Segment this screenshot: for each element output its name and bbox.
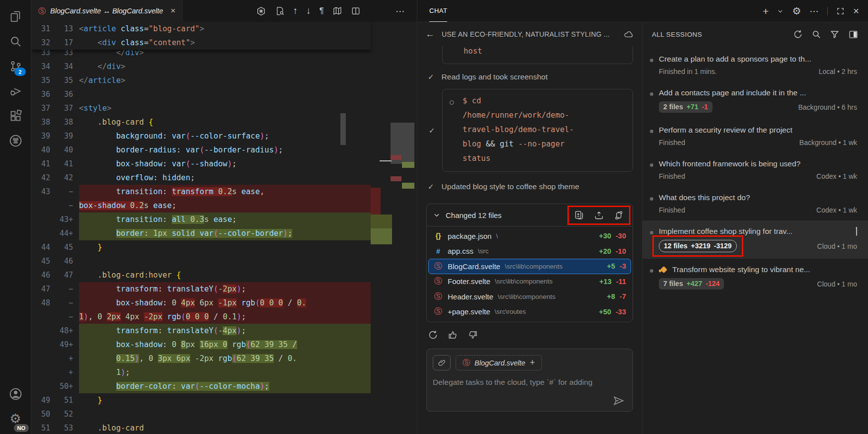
- code-line[interactable]: 3636: [31, 87, 371, 101]
- new-chat-icon[interactable]: +: [763, 6, 769, 16]
- code-line[interactable]: 44+ border: 1px solid var(--color-border…: [31, 226, 371, 240]
- code-line[interactable]: 5052: [31, 407, 371, 421]
- sticky-scroll[interactable]: 3113<article class="blog-card">3217 <div…: [31, 22, 371, 50]
- thumbs-down-icon[interactable]: [468, 330, 478, 340]
- previous-change-icon[interactable]: ↑: [293, 5, 298, 16]
- changed-file-row[interactable]: #app.css\src+20-10: [428, 244, 631, 259]
- code-line[interactable]: 43− transition: transform 0.2s ease,: [31, 185, 371, 199]
- send-icon[interactable]: [613, 395, 625, 407]
- session-list-item[interactable]: Implement coffee shop styling for trav..…: [642, 220, 868, 259]
- tab-chat[interactable]: CHAT: [429, 0, 447, 22]
- code-line[interactable]: 3434 </div>: [31, 60, 371, 73]
- refresh-icon[interactable]: [793, 29, 803, 39]
- editor-tab[interactable]: Ⓢ BlogCard.svelte ↔ BlogCard.svelte ×: [31, 0, 183, 22]
- code-line[interactable]: 3838 .blog-card {: [31, 115, 371, 129]
- attach-paperclip-icon[interactable]: [433, 355, 451, 370]
- add-context-icon[interactable]: +: [530, 358, 535, 368]
- code-line[interactable]: + 0.15), 0 3px 6px -2px rgb(62 39 35 / 0…: [31, 352, 371, 365]
- code-area[interactable]: 3333 </div>3434 </div>3535</article>3636…: [31, 22, 371, 434]
- code-line[interactable]: 50+ border-color: var(--color-mocha);: [31, 379, 371, 393]
- file-search-icon[interactable]: [275, 6, 285, 16]
- changed-file-row[interactable]: ⓈBlogCard.svelte\src\lib\components+5-3: [428, 259, 631, 274]
- session-list-item[interactable]: Which frontend framework is being used?F…: [642, 153, 868, 187]
- code-line[interactable]: 49+ box-shadow: 0 8px 16px 0 rgb(62 39 3…: [31, 338, 371, 352]
- chat-settings-gear-icon[interactable]: ⚙: [792, 6, 801, 16]
- code-line[interactable]: 5153 .blog-card: [31, 421, 371, 434]
- next-change-icon[interactable]: ↓: [306, 5, 311, 16]
- code-line[interactable]: 47− transform: translateY(-2px);: [31, 282, 371, 296]
- minimap[interactable]: [371, 22, 417, 434]
- more-actions-icon[interactable]: ⋯: [395, 5, 405, 17]
- account-icon[interactable]: [3, 381, 28, 406]
- session-list-item[interactable]: What does this project do?FinishedCodex …: [642, 187, 868, 220]
- session-list-item[interactable]: Transform website styling to vibrant ne.…: [642, 259, 868, 296]
- toggle-panel-layout-icon[interactable]: [848, 29, 859, 40]
- session-content: Implement coffee shop styling for trav..…: [659, 227, 857, 252]
- map-icon[interactable]: [332, 6, 342, 16]
- session-list-item[interactable]: Add a contacts page and include it in th…: [642, 82, 868, 119]
- session-list-item[interactable]: Create a plan to add a sponsors page to …: [642, 48, 868, 82]
- collapse-chevron-icon[interactable]: [433, 212, 440, 218]
- code-line[interactable]: 4951 }: [31, 393, 371, 407]
- retry-icon[interactable]: [428, 330, 438, 340]
- session-list-item[interactable]: Perform a security review of the project…: [642, 119, 868, 153]
- compare-changes-icon[interactable]: [614, 210, 624, 220]
- view-all-diffs-icon[interactable]: [574, 210, 584, 220]
- run-debug-icon[interactable]: [3, 78, 28, 103]
- github-icon[interactable]: [3, 128, 28, 153]
- editor-body[interactable]: 3333 </div>3434 </div>3535</article>3636…: [31, 22, 417, 434]
- settings-gear-icon[interactable]: ⚙ NO: [3, 406, 28, 431]
- code-token: hidden: [158, 173, 190, 182]
- maximize-panel-icon[interactable]: [836, 7, 845, 15]
- changed-file-row[interactable]: {}package.json\+30-30: [428, 228, 631, 244]
- code-line[interactable]: 4040 border-radius: var(--border-radius)…: [31, 143, 371, 157]
- close-panel-icon[interactable]: ×: [853, 6, 859, 16]
- editor-scrollbar[interactable]: [340, 113, 346, 145]
- code-line[interactable]: 4546: [31, 254, 371, 268]
- code-line[interactable]: 3939 background: var(--color-surface);: [31, 129, 371, 143]
- code-line[interactable]: −box-shadow 0.2s ease;: [31, 199, 371, 213]
- code-line[interactable]: + 1);: [31, 365, 371, 379]
- code-line[interactable]: 3737<style>: [31, 101, 371, 115]
- changed-file-row[interactable]: ⓈFooter.svelte\src\lib\components+13-11: [428, 274, 631, 289]
- changed-files-header[interactable]: Changed 12 files: [427, 204, 632, 226]
- changed-file-row[interactable]: ⓈHeader.svelte\src\lib\components+8-7: [428, 289, 631, 304]
- chevron-down-icon[interactable]: [777, 8, 784, 14]
- extensions-icon[interactable]: [3, 103, 28, 128]
- code-line[interactable]: 4141 box-shadow: var(--shadow);: [31, 157, 371, 171]
- apply-all-changes-icon[interactable]: [594, 210, 604, 220]
- split-editor-icon[interactable]: [351, 6, 361, 16]
- filter-icon[interactable]: [830, 29, 840, 39]
- search-sessions-icon[interactable]: [811, 29, 821, 39]
- tab-close-icon[interactable]: ×: [170, 6, 175, 16]
- code-token: 4px: [223, 326, 237, 335]
- search-icon[interactable]: [3, 29, 28, 54]
- code-token: 4px: [181, 298, 195, 307]
- openai-codex-icon[interactable]: [256, 6, 266, 16]
- code-token: /: [283, 298, 297, 307]
- code-line[interactable]: 4445 }: [31, 240, 371, 254]
- code-token: [79, 354, 116, 363]
- code-line[interactable]: −1), 0 2px 4px -2px rgb(0 0 0 / 0.1);: [31, 310, 371, 324]
- code-line[interactable]: 48− box-shadow: 0 4px 6px -1px rgb(0 0 0…: [31, 296, 371, 310]
- removed-count: -3: [620, 262, 626, 270]
- code-line[interactable]: 3217 <div class="content">: [31, 36, 371, 50]
- chat-scroll-area[interactable]: host ✓ Read logs and took screenshot ✓ ○…: [417, 46, 642, 434]
- chat-input[interactable]: Ⓢ BlogCard.svelte + Delegate tasks to th…: [426, 349, 633, 412]
- archive-icon[interactable]: [856, 227, 857, 236]
- back-arrow-icon[interactable]: ←: [425, 29, 435, 40]
- panel-more-icon[interactable]: ⋯: [809, 5, 819, 17]
- code-line[interactable]: 43+ transition: all 0.3s ease;: [31, 213, 371, 226]
- code-line[interactable]: 4647 .blog-card:hover {: [31, 268, 371, 282]
- context-chip[interactable]: Ⓢ BlogCard.svelte +: [456, 355, 542, 370]
- explorer-icon[interactable]: [3, 4, 28, 29]
- source-control-icon[interactable]: 2: [3, 54, 28, 78]
- whitespace-icon[interactable]: ¶: [319, 6, 324, 16]
- code-line[interactable]: 3535</article>: [31, 73, 371, 87]
- terminal-command-block[interactable]: ○ $ cd/home/runner/work/demo-travel-blog…: [442, 89, 633, 172]
- changed-file-row[interactable]: Ⓢ+page.svelte\src\routes+50-33: [428, 304, 631, 320]
- code-line[interactable]: 3113<article class="blog-card">: [31, 22, 371, 36]
- thumbs-up-icon[interactable]: [448, 330, 458, 340]
- code-line[interactable]: 4242 overflow: hidden;: [31, 171, 371, 185]
- code-line[interactable]: 48+ transform: translateY(-4px);: [31, 324, 371, 338]
